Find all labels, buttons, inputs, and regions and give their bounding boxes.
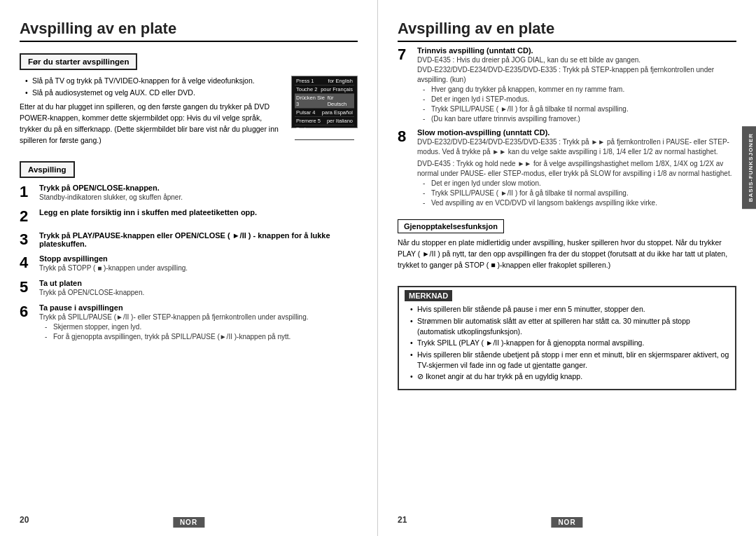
merknad-section: MERKNAD Hvis spilleren blir stående på p… [398, 286, 736, 390]
step-num-7: 7 [398, 46, 413, 63]
right-page: Avspilling av en plate BASIS-FUNKSJONER … [378, 0, 756, 536]
left-page-number: 20 [20, 515, 29, 525]
step-num-8: 8 [398, 128, 413, 145]
step-title-2: Legg en plate forsiktig inn i skuffen me… [39, 208, 358, 217]
play-step-3: 3 Trykk på PLAY/PAUSE-knappen eller OPEN… [20, 231, 358, 249]
bullet-audio: Slå på audiosystemet og velg AUX. CD ell… [25, 88, 358, 98]
right-page-title: Avspilling av en plate [398, 20, 736, 42]
gjenopptakelse-label: Gjenopptakelsesfunksjon [398, 219, 504, 233]
dash-7-2: Det er ingen lyd i STEP-modus. [423, 95, 736, 104]
step-num-2: 2 [20, 208, 35, 225]
left-nor-badge: NOR [173, 517, 204, 528]
merknad-bullet-1: Hvis spilleren blir stående på pause i m… [410, 304, 729, 315]
play-step-5: 5 Ta ut platen Trykk på OPEN/CLOSE-knapp… [20, 279, 358, 298]
dash-7-1: Hver gang du trykker på knappen, kommer … [423, 85, 736, 95]
step-title-8: Slow motion-avspilling (unntatt CD). [417, 128, 736, 137]
left-page: Avspilling av en plate Før du starter av… [0, 0, 378, 536]
section-before-play: Før du starter avspillingen SELECT MENU … [20, 46, 358, 150]
step-content-5: Ta ut platen Trykk på OPEN/CLOSE-knappen… [39, 279, 358, 298]
step-sub-8a: DVD-E232/DVD-E234/DVD-E235/DVD-E335 : Tr… [417, 137, 736, 157]
play-step-4: 4 Stopp avspillingen Trykk på STOPP ( ■ … [20, 254, 358, 273]
section-before-label: Før du starter avspillingen [20, 53, 137, 70]
step-title-1: Trykk på OPEN/CLOSE-knappen. [39, 184, 358, 192]
merknad-label: MERKNAD [405, 290, 452, 301]
step-content-4: Stopp avspillingen Trykk på STOPP ( ■ )-… [39, 254, 358, 273]
step-content-2: Legg en plate forsiktig inn i skuffen me… [39, 208, 358, 217]
dash-8-3: Ved avspilling av en VCD/DVD vil langsom… [423, 198, 736, 208]
gjenopptakelse-body: Når du stopper en plate midlertidig unde… [398, 238, 736, 270]
step-num-4: 4 [20, 254, 35, 271]
merknad-bullet-5: ⊘ Ikonet angir at du har trykk på en ugy… [410, 371, 729, 382]
play-step-7: 7 Trinnvis avspilling (unntatt CD). DVD-… [398, 46, 736, 124]
step-content-8: Slow motion-avspilling (unntatt CD). DVD… [417, 128, 736, 208]
screen-row-italian: Premere 5per Italiano [295, 117, 354, 125]
step-content-6: Ta pause i avspillingen Trykk på SPILL/P… [39, 303, 358, 342]
merknad-bullet-2: Strømmen blir automatisk slått av etter … [410, 316, 729, 336]
step-num-3: 3 [20, 231, 35, 248]
merknad-bullet-3: Trykk SPILL (PLAY ( ►/II )-knappen for å… [410, 338, 729, 348]
screen-row-spanish: Pulsar 4para Español [295, 109, 354, 117]
step-sub-6: Trykk på SPILL/PAUSE (►/II )- eller STEP… [39, 312, 358, 322]
step-8-dashes: Det er ingen lyd under slow motion. Tryk… [423, 179, 736, 208]
step-sub-5: Trykk på OPEN/CLOSE-knappen. [39, 288, 358, 298]
screen-row-dutch: Druk op 6voor Nederlands [295, 125, 354, 140]
step-title-7: Trinnvis avspilling (unntatt CD). [417, 46, 736, 55]
play-step-6: 6 Ta pause i avspillingen Trykk på SPILL… [20, 303, 358, 342]
step-content-7: Trinnvis avspilling (unntatt CD). DVD-E4… [417, 46, 736, 124]
step-title-5: Ta ut platen [39, 279, 358, 287]
right-nor-badge: NOR [551, 517, 582, 528]
dash-6-1: Skjermen stopper, ingen lyd. [45, 322, 358, 332]
play-step-2: 2 Legg en plate forsiktig inn i skuffen … [20, 208, 358, 225]
step-6-dashes: Skjermen stopper, ingen lyd. For å gjeno… [45, 322, 358, 342]
section-play-label: Avspilling [20, 161, 75, 178]
dash-8-2: Trykk SPILL/PAUSE ( ►/II ) for å gå tilb… [423, 188, 736, 198]
side-tab: BASIS-FUNKSJONER [742, 126, 756, 209]
step-sub-7a: DVD-E435 : Hvis du dreier på JOG DIAL, k… [417, 55, 736, 65]
play-step-8: 8 Slow motion-avspilling (unntatt CD). D… [398, 128, 736, 208]
step-sub-7b: DVD-E232/DVD-E234/DVD-E235/DVD-E335 : Tr… [417, 65, 736, 85]
step-sub-1: Standby-indikatoren slukker, og skuffen … [39, 193, 358, 202]
step-7-dashes: Hver gang du trykker på knappen, kommer … [423, 85, 736, 124]
dash-8-1: Det er ingen lyd under slow motion. [423, 179, 736, 188]
dash-7-4: (Du kan bare utføre trinnvis avspilling … [423, 114, 736, 124]
left-page-title: Avspilling av en plate [20, 20, 358, 42]
dash-7-3: Trykk SPILL/PAUSE ( ►/II ) for å gå tilb… [423, 104, 736, 114]
step-content-3: Trykk på PLAY/PAUSE-knappen eller OPEN/C… [39, 231, 358, 249]
step-num-1: 1 [20, 184, 35, 200]
dash-6-2: For å gjenoppta avspillingen, trykk på S… [45, 332, 358, 342]
right-page-number: 21 [398, 515, 407, 525]
step-content-1: Trykk på OPEN/CLOSE-knappen. Standby-ind… [39, 184, 358, 202]
step-sub-4: Trykk på STOPP ( ■ )-knappen under avspi… [39, 263, 358, 273]
section-play: Avspilling 1 Trykk på OPEN/CLOSE-knappen… [20, 154, 358, 347]
step-num-5: 5 [20, 279, 35, 296]
bullet-tv: Slå på TV og trykk på TV/VIDEO-knappen f… [25, 76, 358, 86]
step-title-3: Trykk på PLAY/PAUSE-knappen eller OPEN/C… [39, 231, 358, 248]
step-title-6: Ta pause i avspillingen [39, 303, 358, 312]
merknad-bullet-4: Hvis spilleren blir stående ubetjent på … [410, 350, 729, 370]
step-num-6: 6 [20, 303, 35, 320]
merknad-bullets: Hvis spilleren blir stående på pause i m… [410, 304, 729, 382]
step-title-4: Stopp avspillingen [39, 254, 358, 263]
step-sub-8b: DVD-E435 : Trykk og hold nede ►► for å v… [417, 159, 736, 179]
gjenopptakelse-section: Gjenopptakelsesfunksjon Når du stopper e… [398, 214, 736, 275]
play-step-1: 1 Trykk på OPEN/CLOSE-knappen. Standby-i… [20, 184, 358, 202]
